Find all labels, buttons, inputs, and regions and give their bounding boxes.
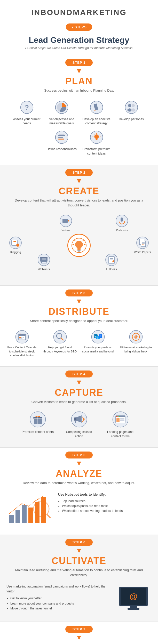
create-ebooks: E Books [101,253,122,271]
svg-point-6 [125,101,138,114]
step7-title: CONVERT [0,642,158,644]
svg-rect-14 [58,139,64,139]
step3-section: STEP 3 ▼ DISTRIBUTE Share content specif… [0,286,158,367]
step3-badge: STEP 3 [65,289,93,296]
svg-rect-67 [19,338,21,339]
dist-calendar: Use a Content Calendar to schedule strat… [5,330,39,357]
svg-rect-65 [21,337,22,338]
svg-rect-47 [42,258,46,260]
analyze-bullet-3: Which offers are converting readers to l… [62,509,152,513]
cultivate-text: Use marketing automation (email campaign… [6,584,110,611]
create-whitepapers: White Papers [132,236,153,254]
svg-text:@: @ [129,592,137,601]
whitepapers-label: White Papers [132,250,153,254]
svg-text:?: ? [25,103,29,111]
analyze-bullet-1: Top lead sources [62,499,152,504]
svg-rect-18 [96,139,97,140]
analyze-content: Use Hubspot tools to identify: Top lead … [0,489,158,528]
step2-desc: Develop content that will attract visito… [0,198,158,208]
dist-label-1: Use a Content Calendar to schedule strat… [5,345,39,357]
svg-rect-101 [15,510,20,523]
ebooks-label: E Books [101,267,122,271]
cap-label-3: Landing pages and contact forms [104,430,137,439]
cultivate-intro: Use marketing automation (email campaign… [6,584,110,594]
cap-premium: Premium content offers [21,411,54,439]
plan-label-2: Set objectives and measurable goals [46,117,77,126]
step6-arrow: ▼ [0,547,158,554]
landing-page-icon [112,411,129,428]
svg-rect-96 [120,420,124,421]
step3-arrow: ▼ [0,298,158,305]
step6-badge-wrap: STEP 6 [0,535,158,547]
svg-rect-64 [19,337,21,338]
step4-badge: STEP 4 [65,371,93,377]
plan-item-1: ? Assess your current needs [11,100,42,126]
step1-badge: STEP 1 [65,59,93,66]
cap-cta: Compelling calls to action [62,411,96,439]
question-icon: ? [19,100,35,115]
plan-item-5: Define responsibilities [46,130,77,156]
svg-rect-33 [62,219,68,223]
podcasts-icon [115,214,128,227]
svg-rect-104 [35,502,40,523]
analyze-chart [6,492,53,526]
cultivate-bullets: Get to know you better Learn more about … [10,596,110,611]
step5-title: ANALYZE [0,468,158,479]
svg-rect-112 [128,608,139,610]
create-blogging: Blogging [5,236,26,254]
plan-label-6: Brainstorm premium content ideas [81,147,112,156]
plan-label-4: Develop personas [116,117,147,122]
svg-point-40 [16,244,19,247]
step3-title: DISTRIBUTE [0,306,158,317]
step2-badge-wrap: STEP 2 [0,165,158,177]
step1-desc: Success begins with an Inbound Planning … [0,88,158,93]
step1-badge-wrap: STEP 1 [0,55,158,67]
hubspot-label: Use Hubspot tools to identify: [58,492,152,497]
pencil-icon [89,100,104,115]
step5-badge: STEP 5 [65,452,93,458]
svg-rect-25 [77,250,81,251]
step1-title: PLAN [0,76,158,87]
plan-label-3: Develop an effective content strategy [81,117,112,126]
step4-section: STEP 4 ▼ CAPTURE Convert visitors to lea… [0,367,158,447]
step6-badge: STEP 6 [65,539,93,546]
svg-rect-49 [109,256,114,264]
email-icon: @ [129,330,143,344]
svg-rect-95 [120,418,124,420]
svg-rect-26 [78,251,80,252]
svg-point-97 [116,416,117,417]
blogging-icon [9,236,22,249]
create-podcasts: Podcasts [112,214,132,232]
videos-label: Videos [56,228,76,232]
svg-point-7 [128,104,131,107]
cultivate-bullet-2: Learn more about your company and produc… [10,601,110,606]
main-subtitle: 7 Critical Steps We Guide Our Clients Th… [5,46,153,50]
social-icon: in t f [91,330,105,344]
steps-badge: 7 STEPS [66,23,92,31]
personas-icon [124,100,139,115]
logo-marketing: MARKETING [73,8,127,17]
analyze-text: Use Hubspot tools to identify: Top lead … [58,492,152,513]
step6-title: CULTIVATE [0,556,158,566]
webinars-label: Webinars [34,267,54,271]
svg-rect-36 [121,218,123,222]
gift-icon [29,411,46,428]
page-header: inboundMARKETING 7 STEPS Lead Generation… [0,0,158,55]
dist-seo: Help you get found through keywords for … [43,330,77,357]
step1-arrow: ▼ [0,67,158,75]
step5-desc: Review the data to determine what's work… [0,480,158,486]
svg-rect-90 [74,417,76,421]
step2-arrow: ▼ [0,177,158,184]
dist-email: @ Utilize email marketing to bring visit… [119,330,153,357]
cultivate-monitor: @ [115,584,152,613]
cultivate-bullet-1: Get to know you better [10,596,110,601]
svg-rect-15 [59,134,64,135]
plan-label-5: Define responsibilities [46,147,77,151]
step5-badge-wrap: STEP 5 [0,448,158,460]
megaphone-icon [71,411,88,428]
dist-label-4: Utilize email marketing to bring visitor… [119,345,153,353]
step2-badge: STEP 2 [65,169,93,176]
step4-badge-wrap: STEP 4 [0,367,158,379]
chart-pie-icon [54,100,69,115]
podcasts-label: Podcasts [112,228,132,232]
